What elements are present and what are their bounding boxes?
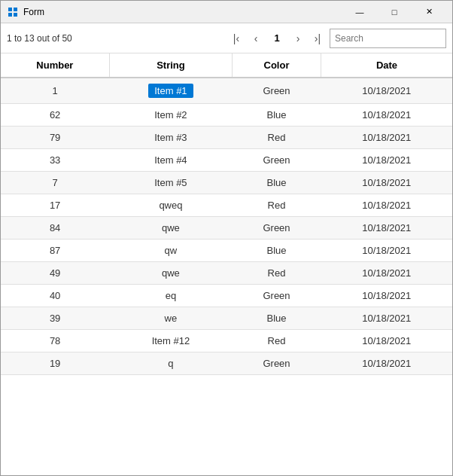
title-bar: Form — □ ✕: [1, 1, 452, 23]
first-page-button[interactable]: |‹: [227, 29, 245, 47]
table-row[interactable]: 84qweGreen10/18/2021: [1, 217, 452, 240]
cell-color: Red: [233, 194, 321, 217]
cell-date: 10/18/2021: [321, 149, 452, 172]
cell-color: Green: [233, 149, 321, 172]
cell-number: 17: [1, 194, 109, 217]
cell-number: 79: [1, 127, 109, 149]
close-button[interactable]: ✕: [412, 1, 446, 23]
col-header-date: Date: [321, 53, 452, 78]
cell-number: 7: [1, 172, 109, 194]
cell-string: we: [109, 307, 232, 330]
results-table: Number String Color Date 1Item #1Green10…: [1, 53, 452, 375]
cell-color: Blue: [233, 240, 321, 262]
window-controls: — □ ✕: [342, 1, 446, 23]
minimize-button[interactable]: —: [342, 1, 377, 23]
table-row[interactable]: 1Item #1Green10/18/2021: [1, 78, 452, 104]
data-table: Number String Color Date 1Item #1Green10…: [1, 53, 452, 475]
cell-date: 10/18/2021: [321, 104, 452, 127]
cell-color: Blue: [233, 172, 321, 194]
cell-string: qwe: [109, 262, 232, 285]
cell-color: Red: [233, 330, 321, 352]
cell-string: Item #2: [109, 104, 232, 127]
cell-string: Item #1: [109, 78, 232, 104]
cell-color: Blue: [233, 104, 321, 127]
table-row[interactable]: 40eqGreen10/18/2021: [1, 285, 452, 307]
cell-date: 10/18/2021: [321, 127, 452, 149]
cell-number: 19: [1, 352, 109, 375]
next-page-button[interactable]: ›: [289, 29, 307, 47]
cell-string: q: [109, 352, 232, 375]
pagination-controls: |‹ ‹ 1 › ›|: [227, 29, 327, 47]
cell-date: 10/18/2021: [321, 262, 452, 285]
svg-rect-0: [8, 8, 12, 11]
svg-rect-3: [14, 13, 17, 17]
main-window: Form — □ ✕ 1 to 13 out of 50 |‹ ‹ 1 › ›|…: [0, 0, 453, 476]
search-input[interactable]: [330, 29, 446, 48]
cell-number: 62: [1, 104, 109, 127]
cell-date: 10/18/2021: [321, 78, 452, 104]
cell-string: eq: [109, 285, 232, 307]
table-header-row: Number String Color Date: [1, 53, 452, 78]
svg-rect-2: [8, 13, 12, 17]
toolbar: 1 to 13 out of 50 |‹ ‹ 1 › ›|: [1, 23, 452, 53]
cell-string: Item #4: [109, 149, 232, 172]
cell-date: 10/18/2021: [321, 194, 452, 217]
cell-color: Green: [233, 78, 321, 104]
cell-color: Blue: [233, 307, 321, 330]
cell-date: 10/18/2021: [321, 240, 452, 262]
table-row[interactable]: 7Item #5Blue10/18/2021: [1, 172, 452, 194]
table-row[interactable]: 19qGreen10/18/2021: [1, 352, 452, 375]
table-row[interactable]: 79Item #3Red10/18/2021: [1, 127, 452, 149]
cell-color: Green: [233, 217, 321, 240]
cell-number: 1: [1, 78, 109, 104]
cell-number: 78: [1, 330, 109, 352]
col-header-number: Number: [1, 53, 109, 78]
cell-number: 87: [1, 240, 109, 262]
cell-string: qweq: [109, 194, 232, 217]
cell-string: Item #5: [109, 172, 232, 194]
table-row[interactable]: 33Item #4Green10/18/2021: [1, 149, 452, 172]
cell-color: Green: [233, 352, 321, 375]
col-header-string: String: [109, 53, 232, 78]
cell-string: Item #12: [109, 330, 232, 352]
table-row[interactable]: 39weBlue10/18/2021: [1, 307, 452, 330]
table-row[interactable]: 49qweRed10/18/2021: [1, 262, 452, 285]
cell-color: Red: [233, 127, 321, 149]
cell-number: 39: [1, 307, 109, 330]
cell-number: 49: [1, 262, 109, 285]
cell-date: 10/18/2021: [321, 352, 452, 375]
table-row[interactable]: 78Item #12Red10/18/2021: [1, 330, 452, 352]
prev-page-button[interactable]: ‹: [247, 29, 265, 47]
cell-date: 10/18/2021: [321, 217, 452, 240]
cell-number: 40: [1, 285, 109, 307]
cell-date: 10/18/2021: [321, 285, 452, 307]
table-row[interactable]: 17qweqRed10/18/2021: [1, 194, 452, 217]
cell-string: qwe: [109, 217, 232, 240]
cell-color: Green: [233, 285, 321, 307]
cell-string: qw: [109, 240, 232, 262]
cell-number: 84: [1, 217, 109, 240]
current-page: 1: [266, 29, 287, 47]
cell-string: Item #3: [109, 127, 232, 149]
col-header-color: Color: [233, 53, 321, 78]
table-row[interactable]: 87qwBlue10/18/2021: [1, 240, 452, 262]
last-page-button[interactable]: ›|: [309, 29, 327, 47]
maximize-button[interactable]: □: [377, 1, 412, 23]
cell-date: 10/18/2021: [321, 172, 452, 194]
pagination-info: 1 to 13 out of 50: [7, 33, 224, 44]
table-row[interactable]: 62Item #2Blue10/18/2021: [1, 104, 452, 127]
cell-date: 10/18/2021: [321, 330, 452, 352]
window-icon: [7, 6, 19, 18]
svg-rect-1: [14, 8, 17, 11]
cell-color: Red: [233, 262, 321, 285]
cell-number: 33: [1, 149, 109, 172]
window-title: Form: [23, 7, 342, 17]
cell-date: 10/18/2021: [321, 307, 452, 330]
